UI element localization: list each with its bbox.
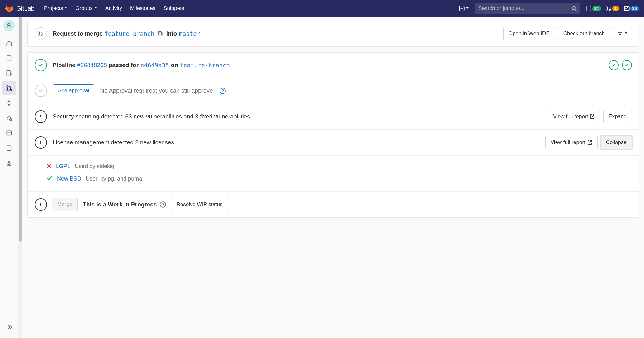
merge-request-icon	[606, 6, 612, 11]
source-branch-link[interactable]: feature-branch	[104, 30, 154, 37]
todos-icon	[624, 6, 630, 11]
nav-groups[interactable]: Groups	[72, 3, 100, 14]
warning-icon	[38, 202, 44, 207]
check-icon	[38, 62, 44, 68]
target-branch-link[interactable]: master	[179, 30, 200, 37]
copy-branch-icon[interactable]	[158, 31, 163, 36]
sidebar-scrollbar[interactable]	[18, 17, 22, 338]
issues-link[interactable]: 21	[586, 6, 601, 11]
commit-sha-link[interactable]: e4649a35	[140, 62, 169, 69]
pipeline-text: Pipeline #26848268 passed for e4649a35 o…	[53, 62, 230, 69]
top-nav: Projects Groups Activity Milestones Snip…	[41, 3, 187, 14]
gitlab-logo[interactable]: GitLab	[5, 4, 35, 13]
approval-text: No Approval required; you can still appr…	[100, 87, 213, 94]
new-dropdown[interactable]	[457, 4, 471, 13]
svg-point-24	[40, 118, 41, 118]
sidebar-collapse[interactable]	[2, 320, 16, 334]
search-input[interactable]	[478, 5, 571, 12]
todos-link[interactable]: 34	[624, 6, 639, 11]
nav-snippets[interactable]: Snippets	[160, 3, 187, 14]
stage-status-2[interactable]	[622, 60, 632, 70]
license-name-link[interactable]: New BSD	[57, 176, 81, 182]
nav-projects[interactable]: Projects	[41, 3, 70, 14]
security-row: Security scanning detected 63 new vulner…	[28, 104, 639, 129]
todos-badge: 34	[630, 6, 639, 11]
svg-rect-8	[7, 70, 10, 76]
license-used-by: Used by sidekiq	[75, 163, 114, 170]
wip-help-icon[interactable]: ?	[160, 201, 166, 208]
merge-warning-icon	[35, 198, 47, 211]
sidebar-merge-requests[interactable]	[2, 81, 16, 95]
security-expand-button[interactable]: Expand	[603, 110, 632, 123]
download-icon	[617, 31, 623, 36]
pipeline-status-icon	[35, 59, 47, 71]
sidebar-overview[interactable]	[2, 36, 16, 51]
license-view-report-button[interactable]: View full report	[545, 136, 598, 149]
svg-point-5	[610, 9, 611, 11]
svg-point-12	[10, 89, 11, 91]
pipeline-branch-link[interactable]: feature-branch	[180, 62, 230, 69]
security-view-report-button[interactable]: View full report	[548, 110, 600, 123]
svg-rect-7	[7, 56, 11, 61]
pipeline-id-link[interactable]: #26848268	[77, 62, 107, 69]
search-icon	[571, 6, 577, 11]
approval-help-icon[interactable]: ?	[220, 88, 226, 94]
security-warning-icon	[35, 110, 47, 123]
license-row-header: License management detected 2 new licens…	[28, 129, 639, 155]
chevron-down-icon	[94, 5, 97, 12]
svg-rect-2	[587, 6, 591, 11]
sidebar-issues[interactable]	[2, 66, 16, 80]
license-collapse-button[interactable]: Collapse	[601, 136, 632, 149]
nav-milestones[interactable]: Milestones	[127, 3, 159, 14]
issues-icon	[586, 6, 592, 11]
header-icons: 21 1 34	[586, 6, 639, 11]
sidebar-operations[interactable]	[2, 111, 16, 125]
svg-rect-14	[7, 132, 11, 135]
sidebar-cicd[interactable]	[2, 96, 16, 110]
merge-action-row: Merge This is a Work in Progress ? Resol…	[28, 191, 639, 217]
project-avatar[interactable]: S	[3, 20, 15, 31]
tanuki-icon	[5, 4, 14, 13]
chevron-down-icon	[625, 31, 628, 37]
merge-request-text: Request to merge feature-branch into mas…	[53, 30, 200, 37]
issues-badge: 21	[592, 6, 601, 11]
license-name-link[interactable]: LGPL	[56, 163, 70, 170]
svg-point-4	[607, 9, 608, 11]
license-item-approved: New BSD Used by pg, and puma	[28, 172, 639, 185]
stage-status-1[interactable]	[609, 60, 619, 70]
top-navbar: GitLab Projects Groups Activity Mileston…	[0, 0, 644, 17]
svg-point-9	[10, 74, 12, 75]
svg-point-11	[7, 89, 8, 91]
license-warning-icon	[35, 136, 47, 149]
download-dropdown[interactable]	[613, 27, 632, 40]
merge-button[interactable]: Merge	[52, 198, 78, 211]
wip-text: This is a Work in Progress ?	[83, 201, 166, 208]
resolve-wip-button[interactable]: Resolve WIP status	[171, 198, 228, 211]
license-used-by: Used by pg, and puma	[86, 176, 142, 182]
nav-activity[interactable]: Activity	[102, 3, 125, 14]
merge-request-icon	[38, 31, 44, 36]
license-item-denied: ✕ LGPL Used by sidekiq	[28, 160, 639, 172]
warning-icon	[38, 114, 44, 119]
sidebar-repository[interactable]	[2, 51, 16, 65]
svg-point-10	[7, 85, 8, 87]
denied-icon: ✕	[46, 162, 52, 170]
sidebar-registry[interactable]	[2, 126, 16, 140]
check-out-branch-button[interactable]: Check out branch	[558, 27, 610, 40]
search-box[interactable]	[475, 3, 580, 14]
sidebar-snippets[interactable]	[2, 156, 16, 170]
approved-icon	[46, 175, 53, 183]
pipeline-row: Pipeline #26848268 passed for e4649a35 o…	[28, 53, 639, 78]
open-web-ide-button[interactable]: Open in Web IDE	[503, 27, 555, 40]
external-link-icon	[590, 114, 595, 119]
warning-icon	[38, 140, 44, 145]
svg-point-1	[572, 7, 575, 10]
merge-requests-link[interactable]: 1	[606, 6, 619, 11]
sidebar-wiki[interactable]	[2, 141, 16, 155]
svg-point-26	[40, 205, 41, 206]
add-approval-button[interactable]: Add approval	[53, 84, 94, 97]
license-text: License management detected 2 new licens…	[53, 139, 174, 146]
scrollbar-thumb[interactable]	[19, 17, 22, 242]
chevron-down-icon	[64, 5, 67, 12]
chevron-down-icon	[466, 6, 469, 12]
